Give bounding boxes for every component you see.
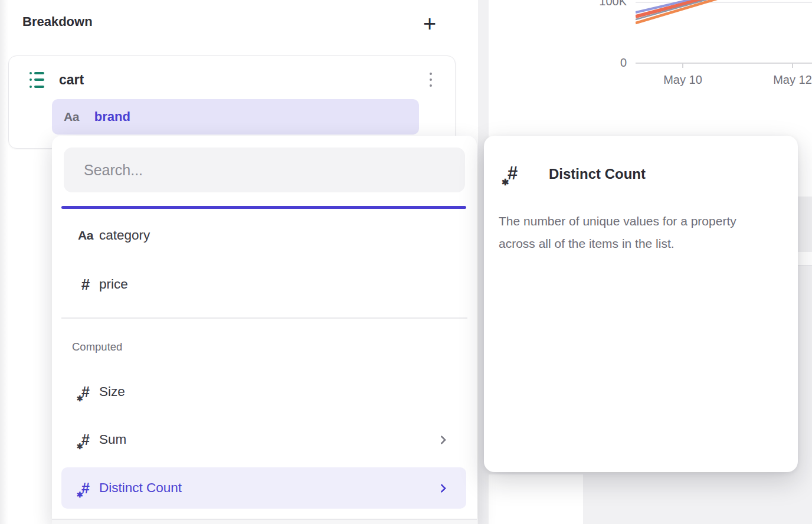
- x-axis-label-may12: May 12: [763, 73, 812, 87]
- section-divider: [61, 317, 467, 319]
- breakdown-property-row[interactable]: cart: [30, 66, 443, 93]
- dropdown-footer: [52, 520, 477, 524]
- computed-number-icon: #✱: [81, 431, 90, 448]
- computed-section-label: Computed: [72, 340, 122, 353]
- add-breakdown-button[interactable]: +: [415, 9, 444, 38]
- property-info-tooltip: #✱ Distinct Count The number of unique v…: [484, 136, 798, 472]
- active-tab-indicator: [61, 206, 466, 209]
- distinct-count-icon: #✱: [508, 163, 518, 184]
- search-input[interactable]: [64, 148, 465, 192]
- kebab-menu-button[interactable]: [426, 68, 436, 91]
- chevron-right-icon: [437, 435, 447, 444]
- dropdown-item-size[interactable]: #✱ Size: [61, 373, 466, 411]
- text-type-icon: Aa: [64, 110, 79, 124]
- computed-number-icon: #✱: [81, 384, 90, 401]
- y-axis-label-100k: 100K: [584, 0, 627, 8]
- list-property-icon: [30, 72, 45, 88]
- screen: 100K 0 May 10 May 12 Breakdown + cart Aa…: [0, 0, 812, 524]
- computed-number-icon: #✱: [81, 480, 90, 497]
- text-type-icon: Aa: [78, 228, 93, 243]
- subproperty-label: brand: [94, 109, 130, 125]
- chart-series-lines: [636, 0, 812, 27]
- tooltip-description: The number of unique values for a proper…: [499, 210, 776, 255]
- x-axis-tick: [792, 63, 793, 68]
- dropdown-item-label: price: [99, 277, 128, 292]
- selected-subproperty-pill[interactable]: Aa brand: [52, 99, 419, 135]
- x-axis-tick: [682, 63, 683, 68]
- chevron-right-icon: [437, 483, 447, 493]
- dropdown-item-distinct-count[interactable]: #✱ Distinct Count: [61, 467, 466, 509]
- chart-x-axis: [636, 63, 812, 64]
- tooltip-title: Distinct Count: [549, 166, 646, 182]
- x-axis-label-may10: May 10: [653, 73, 712, 87]
- property-select-dropdown: Aa category # price Computed #✱ Size #✱ …: [52, 136, 477, 524]
- table-first-column: [489, 474, 583, 524]
- dropdown-item-sum[interactable]: #✱ Sum: [61, 421, 466, 458]
- dropdown-item-label: Sum: [99, 432, 126, 447]
- panel-edge-shadow: [0, 0, 8, 524]
- breakdown-section-title: Breakdown: [22, 14, 93, 30]
- number-type-icon: #: [81, 276, 90, 294]
- dropdown-item-label: category: [99, 228, 150, 243]
- dropdown-item-label: Size: [99, 384, 125, 399]
- breakdown-property-name: cart: [59, 72, 84, 88]
- dropdown-item-label: Distinct Count: [99, 480, 182, 496]
- y-axis-label-0: 0: [584, 56, 627, 70]
- dropdown-item-category[interactable]: Aa category: [61, 217, 466, 254]
- dropdown-item-price[interactable]: # price: [61, 266, 466, 303]
